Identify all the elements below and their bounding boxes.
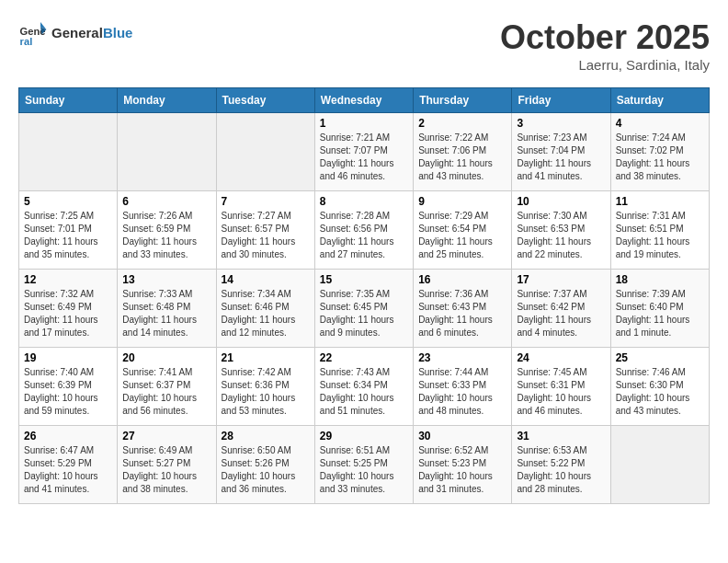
day-info: Sunrise: 7:34 AMSunset: 6:46 PMDaylight:…	[222, 288, 310, 339]
day-number: 19	[24, 351, 112, 364]
calendar-cell: 21Sunrise: 7:42 AMSunset: 6:36 PMDayligh…	[216, 348, 314, 426]
day-info: Sunrise: 7:43 AMSunset: 6:34 PMDaylight:…	[320, 366, 408, 418]
day-info: Sunrise: 7:39 AMSunset: 6:40 PMDaylight:…	[616, 288, 704, 339]
calendar-cell: 10Sunrise: 7:30 AMSunset: 6:53 PMDayligh…	[512, 191, 610, 270]
day-info: Sunrise: 7:31 AMSunset: 6:51 PMDaylight:…	[616, 210, 704, 261]
day-info: Sunrise: 7:30 AMSunset: 6:53 PMDaylight:…	[517, 210, 605, 261]
day-number: 15	[320, 273, 408, 286]
calendar-cell	[19, 113, 118, 191]
day-info: Sunrise: 7:27 AMSunset: 6:57 PMDaylight:…	[222, 210, 310, 261]
calendar-week-2: 5Sunrise: 7:25 AMSunset: 7:01 PMDaylight…	[19, 191, 710, 270]
day-number: 28	[222, 430, 310, 442]
calendar-cell: 16Sunrise: 7:36 AMSunset: 6:43 PMDayligh…	[414, 270, 512, 348]
day-info: Sunrise: 7:41 AMSunset: 6:37 PMDaylight:…	[122, 366, 210, 418]
calendar-cell: 22Sunrise: 7:43 AMSunset: 6:34 PMDayligh…	[314, 348, 413, 426]
day-info: Sunrise: 7:32 AMSunset: 6:49 PMDaylight:…	[24, 288, 112, 339]
day-number: 26	[24, 430, 112, 442]
calendar-table: SundayMondayTuesdayWednesdayThursdayFrid…	[18, 87, 710, 504]
calendar-cell: 14Sunrise: 7:34 AMSunset: 6:46 PMDayligh…	[216, 270, 314, 348]
page-header: Gene ral GeneralBlue October 2025 Laerru…	[18, 18, 710, 73]
calendar-cell: 12Sunrise: 7:32 AMSunset: 6:49 PMDayligh…	[19, 270, 118, 348]
calendar-cell: 15Sunrise: 7:35 AMSunset: 6:45 PMDayligh…	[314, 270, 413, 348]
calendar-cell: 24Sunrise: 7:45 AMSunset: 6:31 PMDayligh…	[512, 348, 610, 426]
day-number: 17	[517, 273, 605, 286]
day-number: 27	[122, 430, 210, 442]
calendar-cell: 27Sunrise: 6:49 AMSunset: 5:27 PMDayligh…	[118, 426, 216, 504]
calendar-cell: 8Sunrise: 7:28 AMSunset: 6:56 PMDaylight…	[314, 191, 413, 270]
day-number: 7	[222, 195, 310, 208]
day-number: 12	[24, 273, 112, 286]
day-info: Sunrise: 6:50 AMSunset: 5:26 PMDaylight:…	[222, 444, 310, 496]
calendar-week-3: 12Sunrise: 7:32 AMSunset: 6:49 PMDayligh…	[19, 270, 710, 348]
calendar-cell: 5Sunrise: 7:25 AMSunset: 7:01 PMDaylight…	[19, 191, 118, 270]
day-number: 22	[320, 351, 408, 364]
day-header-thursday: Thursday	[414, 88, 512, 113]
calendar-cell: 11Sunrise: 7:31 AMSunset: 6:51 PMDayligh…	[610, 191, 709, 270]
day-number: 9	[418, 195, 506, 208]
calendar-cell: 25Sunrise: 7:46 AMSunset: 6:30 PMDayligh…	[610, 348, 709, 426]
month-title: October 2025	[500, 18, 710, 57]
day-number: 31	[517, 430, 605, 442]
calendar-cell	[118, 113, 216, 191]
day-number: 5	[24, 195, 112, 208]
calendar-week-4: 19Sunrise: 7:40 AMSunset: 6:39 PMDayligh…	[19, 348, 710, 426]
calendar-cell: 30Sunrise: 6:52 AMSunset: 5:23 PMDayligh…	[414, 426, 512, 504]
day-number: 16	[418, 273, 506, 286]
day-number: 11	[616, 195, 704, 208]
logo-line2: Blue	[103, 25, 133, 40]
day-info: Sunrise: 7:40 AMSunset: 6:39 PMDaylight:…	[24, 366, 112, 418]
day-info: Sunrise: 7:44 AMSunset: 6:33 PMDaylight:…	[418, 366, 506, 418]
calendar-cell: 17Sunrise: 7:37 AMSunset: 6:42 PMDayligh…	[512, 270, 610, 348]
day-number: 8	[320, 195, 408, 208]
calendar-cell: 2Sunrise: 7:22 AMSunset: 7:06 PMDaylight…	[414, 113, 512, 191]
day-info: Sunrise: 7:24 AMSunset: 7:02 PMDaylight:…	[616, 132, 704, 183]
calendar-week-5: 26Sunrise: 6:47 AMSunset: 5:29 PMDayligh…	[19, 426, 710, 504]
day-number: 24	[517, 351, 605, 364]
calendar-cell: 7Sunrise: 7:27 AMSunset: 6:57 PMDaylight…	[216, 191, 314, 270]
day-number: 18	[616, 273, 704, 286]
day-info: Sunrise: 7:23 AMSunset: 7:04 PMDaylight:…	[517, 132, 605, 183]
day-info: Sunrise: 7:26 AMSunset: 6:59 PMDaylight:…	[122, 210, 210, 261]
day-info: Sunrise: 7:29 AMSunset: 6:54 PMDaylight:…	[418, 210, 506, 261]
day-number: 14	[222, 273, 310, 286]
calendar-cell: 13Sunrise: 7:33 AMSunset: 6:48 PMDayligh…	[118, 270, 216, 348]
day-header-friday: Friday	[512, 88, 610, 113]
calendar-cell: 28Sunrise: 6:50 AMSunset: 5:26 PMDayligh…	[216, 426, 314, 504]
day-number: 10	[517, 195, 605, 208]
calendar-week-1: 1Sunrise: 7:21 AMSunset: 7:07 PMDaylight…	[19, 113, 710, 191]
day-info: Sunrise: 7:45 AMSunset: 6:31 PMDaylight:…	[517, 366, 605, 418]
day-number: 20	[122, 351, 210, 364]
day-info: Sunrise: 6:47 AMSunset: 5:29 PMDaylight:…	[24, 444, 112, 496]
day-number: 23	[418, 351, 506, 364]
day-info: Sunrise: 7:33 AMSunset: 6:48 PMDaylight:…	[122, 288, 210, 339]
day-info: Sunrise: 7:28 AMSunset: 6:56 PMDaylight:…	[320, 210, 408, 261]
calendar-cell	[610, 426, 709, 504]
day-number: 25	[616, 351, 704, 364]
day-info: Sunrise: 7:35 AMSunset: 6:45 PMDaylight:…	[320, 288, 408, 339]
day-info: Sunrise: 6:51 AMSunset: 5:25 PMDaylight:…	[320, 444, 408, 496]
calendar-cell: 26Sunrise: 6:47 AMSunset: 5:29 PMDayligh…	[19, 426, 118, 504]
day-info: Sunrise: 7:25 AMSunset: 7:01 PMDaylight:…	[24, 210, 112, 261]
day-info: Sunrise: 7:42 AMSunset: 6:36 PMDaylight:…	[222, 366, 310, 418]
day-number: 3	[517, 117, 605, 130]
logo: Gene ral GeneralBlue	[18, 18, 132, 48]
svg-text:ral: ral	[20, 36, 33, 47]
title-area: October 2025 Laerru, Sardinia, Italy	[500, 18, 710, 73]
day-number: 1	[320, 117, 408, 130]
day-number: 6	[122, 195, 210, 208]
day-info: Sunrise: 6:49 AMSunset: 5:27 PMDaylight:…	[122, 444, 210, 496]
day-header-wednesday: Wednesday	[314, 88, 413, 113]
day-header-monday: Monday	[118, 88, 216, 113]
day-header-sunday: Sunday	[19, 88, 118, 113]
day-number: 30	[418, 430, 506, 442]
calendar-cell: 29Sunrise: 6:51 AMSunset: 5:25 PMDayligh…	[314, 426, 413, 504]
logo-icon: Gene ral	[18, 18, 48, 48]
calendar-cell	[216, 113, 314, 191]
day-info: Sunrise: 7:21 AMSunset: 7:07 PMDaylight:…	[320, 132, 408, 183]
day-info: Sunrise: 7:22 AMSunset: 7:06 PMDaylight:…	[418, 132, 506, 183]
day-info: Sunrise: 6:52 AMSunset: 5:23 PMDaylight:…	[418, 444, 506, 496]
day-info: Sunrise: 7:37 AMSunset: 6:42 PMDaylight:…	[517, 288, 605, 339]
logo-line1: General	[51, 25, 103, 40]
calendar-cell: 9Sunrise: 7:29 AMSunset: 6:54 PMDaylight…	[414, 191, 512, 270]
calendar-header-row: SundayMondayTuesdayWednesdayThursdayFrid…	[19, 88, 710, 113]
